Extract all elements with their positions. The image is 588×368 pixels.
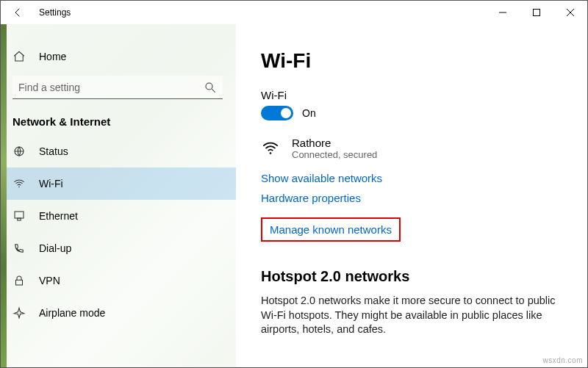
wifi-toggle-row: On: [261, 106, 562, 120]
settings-window: Settings Home Find a setting: [0, 0, 588, 368]
section-title: Network & Internet: [1, 99, 236, 135]
watermark: wsxdn.com: [542, 356, 583, 364]
svg-point-11: [270, 152, 272, 154]
network-status: Connected, secured: [292, 149, 377, 160]
status-icon: [12, 145, 26, 158]
search-input[interactable]: Find a setting: [12, 76, 223, 99]
network-name: Rathore: [292, 137, 377, 149]
svg-rect-10: [16, 280, 23, 285]
main-content: Wi-Fi Wi-Fi On Rathore Connected, secure…: [236, 24, 587, 367]
manage-known-networks-link[interactable]: Manage known networks: [270, 223, 392, 236]
hardware-properties-link[interactable]: Hardware properties: [261, 192, 562, 204]
sidebar-item-label: Airplane mode: [39, 307, 105, 319]
current-network[interactable]: Rathore Connected, secured: [261, 137, 562, 160]
sidebar-item-airplane[interactable]: Airplane mode: [1, 297, 236, 329]
window-title: Settings: [36, 7, 71, 18]
search-placeholder: Find a setting: [18, 82, 80, 93]
search-icon: [204, 81, 217, 94]
sidebar-item-status[interactable]: Status: [1, 135, 236, 167]
ethernet-icon: [12, 209, 26, 223]
sidebar-item-label: VPN: [39, 275, 60, 286]
home-label: Home: [39, 51, 66, 62]
hotspot-heading: Hotspot 2.0 networks: [261, 268, 562, 285]
svg-point-4: [206, 83, 212, 90]
svg-point-7: [18, 187, 20, 188]
svg-line-5: [212, 89, 215, 93]
close-button[interactable]: [553, 1, 587, 24]
back-button[interactable]: [1, 1, 36, 24]
home-icon: [12, 50, 26, 63]
sidebar: Home Find a setting Network & Internet S…: [1, 24, 236, 367]
wifi-icon: [12, 177, 26, 190]
sidebar-item-label: Wi-Fi: [39, 178, 63, 190]
toggle-knob: [281, 108, 291, 118]
sidebar-item-wifi[interactable]: Wi-Fi: [1, 167, 236, 200]
show-available-networks-link[interactable]: Show available networks: [261, 172, 562, 184]
sidebar-nav: Status Wi-Fi Ethernet Dial-up VPN: [1, 135, 236, 329]
maximize-button[interactable]: [520, 1, 553, 24]
wifi-signal-icon: [261, 139, 280, 158]
svg-rect-8: [15, 212, 24, 218]
wifi-toggle[interactable]: [261, 106, 293, 120]
current-network-text: Rathore Connected, secured: [292, 137, 377, 160]
sidebar-item-vpn[interactable]: VPN: [1, 264, 236, 297]
sidebar-item-label: Dial-up: [39, 242, 71, 254]
wifi-toggle-label: Wi-Fi: [261, 89, 562, 101]
sidebar-item-label: Status: [39, 145, 68, 157]
vpn-icon: [12, 274, 26, 287]
page-title: Wi-Fi: [261, 49, 562, 73]
hotspot-description: Hotspot 2.0 networks make it more secure…: [261, 294, 562, 337]
manage-known-networks-highlight: Manage known networks: [261, 217, 401, 242]
window-body: Home Find a setting Network & Internet S…: [1, 24, 587, 367]
dialup-icon: [12, 242, 26, 255]
minimize-button[interactable]: [486, 1, 520, 24]
sidebar-item-label: Ethernet: [39, 210, 78, 222]
svg-rect-1: [534, 10, 540, 16]
window-controls: [486, 1, 587, 24]
sidebar-item-ethernet[interactable]: Ethernet: [1, 200, 236, 232]
wifi-toggle-state: On: [302, 107, 316, 119]
desktop-edge-strip: [1, 24, 7, 367]
svg-rect-9: [18, 218, 21, 220]
sidebar-item-dialup[interactable]: Dial-up: [1, 232, 236, 264]
title-bar: Settings: [1, 1, 587, 24]
home-nav[interactable]: Home: [1, 40, 236, 73]
airplane-icon: [12, 306, 26, 320]
